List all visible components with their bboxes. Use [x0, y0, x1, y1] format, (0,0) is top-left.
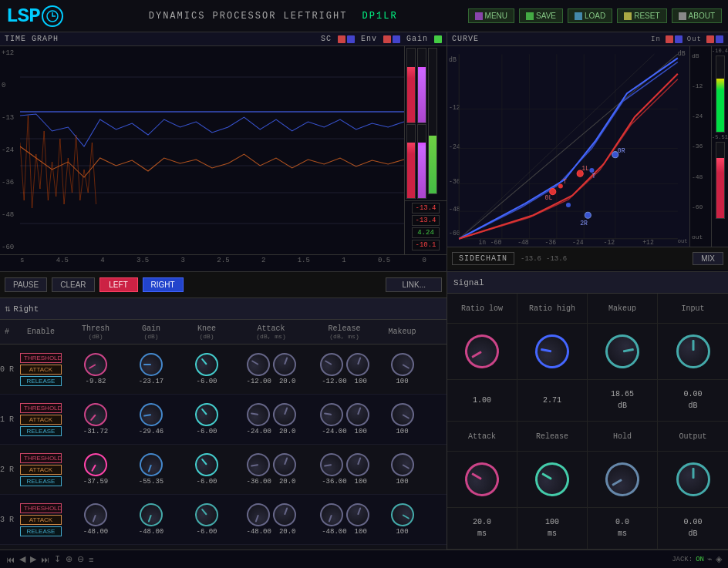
attack-sig-knob[interactable] [459, 456, 505, 502]
attack-knob-0a[interactable] [242, 349, 274, 381]
status-icon-8[interactable]: ≡ [89, 555, 93, 564]
gain-knob-0[interactable] [140, 353, 163, 376]
status-icon-7[interactable]: ⊖ [77, 554, 84, 564]
makeup-sig-knob[interactable] [603, 331, 642, 371]
signal-cell-output-knob [658, 452, 728, 507]
gain-knob-3[interactable] [136, 500, 166, 529]
jack-icon-1[interactable]: ⌁ [707, 554, 713, 564]
channel-header: ⇅ Right [0, 298, 447, 320]
pause-button[interactable]: PAUSE [5, 277, 47, 292]
release-knob-3b[interactable] [342, 500, 372, 529]
attack-knob-1b[interactable] [269, 400, 298, 429]
mix-button[interactable]: MIX [693, 252, 723, 265]
ratio-high-knob[interactable] [533, 331, 572, 371]
col-header-hash: # [0, 328, 14, 336]
release-knob-3a[interactable] [316, 500, 345, 529]
threshold-btn-2[interactable]: THRESHOLD [20, 453, 62, 463]
release-knob-0a[interactable] [315, 349, 347, 381]
release-knob-2b[interactable] [342, 450, 372, 479]
status-icon-2[interactable]: ◀ [19, 554, 25, 564]
attack-btn-2[interactable]: ATTACK [20, 465, 62, 475]
ratio-low-value: 1.00 [473, 396, 491, 405]
about-button[interactable]: ABOUT [672, 8, 722, 23]
load-button[interactable]: LOAD [568, 8, 612, 23]
status-icon-1[interactable]: ⏮ [6, 555, 15, 564]
attack-knob-2b[interactable] [269, 450, 298, 479]
hold-knob[interactable] [599, 456, 645, 502]
jack-icon-2[interactable]: ◈ [716, 554, 722, 564]
makeup-knob-2[interactable] [386, 449, 418, 481]
release-sig-value: 100 [545, 518, 559, 526]
attack-knob-2a[interactable] [244, 452, 271, 479]
knee-knob-3[interactable] [190, 499, 223, 531]
threshold-btn-3[interactable]: THRESHOLD [20, 503, 62, 513]
release-ms-2: 100 [355, 478, 367, 486]
tg-waveform-area[interactable] [20, 46, 404, 254]
attack-knob-3b[interactable] [269, 500, 298, 529]
knee-knob-2[interactable] [190, 449, 223, 481]
thresh-knob-2[interactable] [80, 449, 112, 481]
tg-label-60: -60 [2, 244, 19, 251]
release-btn-2[interactable]: RELEASE [20, 476, 62, 486]
ch-release-1: -24.00 100 [308, 403, 381, 435]
signal-cell-ratio-high-val: 2.71 [517, 380, 588, 422]
ch-release-3: -48.00 100 [308, 503, 381, 536]
out-vu-label-top: -10.4 [712, 48, 728, 54]
makeup-knob-1[interactable] [386, 399, 418, 431]
thresh-val-1: -31.72 [83, 428, 108, 435]
threshold-btn-1[interactable]: THRESHOLD [20, 403, 62, 413]
status-icon-6[interactable]: ⊕ [66, 554, 72, 564]
makeup-knob-3[interactable] [386, 499, 418, 531]
thresh-knob-3[interactable] [81, 500, 110, 529]
svg-text:-48: -48 [449, 206, 460, 213]
ch-knee-2: -6.00 [179, 453, 234, 486]
clear-button[interactable]: CLEAR [52, 277, 94, 292]
attack-knob-0b[interactable] [269, 350, 298, 379]
ch-attack-1: -24.00 20.0 [234, 403, 308, 435]
release-knob-2a[interactable] [318, 452, 345, 479]
col-header-gain: Gain(dB) [123, 324, 179, 340]
menu-button[interactable]: MENU [468, 8, 514, 23]
release-btn-0[interactable]: RELEASE [20, 376, 62, 386]
attack-knob-1a[interactable] [244, 402, 271, 429]
attack-knob-3a[interactable] [243, 500, 272, 529]
logo: LSP [6, 5, 63, 28]
attack-btn-1[interactable]: ATTACK [20, 415, 62, 425]
release-knob-1a[interactable] [318, 402, 345, 429]
ratio-low-knob[interactable] [459, 328, 505, 375]
release-val-3: -48.00 [322, 528, 346, 536]
release-val-1: -24.00 [322, 428, 346, 435]
attack-btn-3[interactable]: ATTACK [20, 515, 62, 525]
save-button[interactable]: SAVE [519, 8, 563, 23]
status-icon-3[interactable]: ▶ [30, 554, 36, 564]
link-button[interactable]: LINK... [386, 277, 442, 292]
release-btn-1[interactable]: RELEASE [20, 426, 62, 436]
left-button[interactable]: LEFT [99, 277, 138, 292]
knee-knob-0[interactable] [190, 348, 223, 381]
thresh-knob-0[interactable] [80, 349, 112, 381]
thresh-knob-1[interactable] [79, 398, 112, 431]
gain-knob-2[interactable] [136, 450, 166, 479]
threshold-btn-0[interactable]: THRESHOLD [20, 353, 62, 363]
in-left-indicator [666, 35, 673, 43]
curve-plot[interactable]: dB -12 -24 -36 -48 -60 dB out in -60 -48 [447, 46, 689, 247]
status-icon-4[interactable]: ⏭ [41, 555, 49, 564]
input-knob[interactable] [676, 334, 710, 368]
makeup-knob-0[interactable] [386, 349, 418, 381]
signal-cell-input-knob [658, 324, 728, 379]
reset-button[interactable]: RESET [617, 8, 666, 23]
gain-knob-1[interactable] [138, 402, 165, 429]
col-header-attack: Attack(dB, ms) [234, 324, 308, 340]
attack-btn-0[interactable]: ATTACK [20, 365, 62, 375]
release-sig-knob[interactable] [529, 456, 575, 502]
sc-label: SC [321, 35, 332, 43]
knee-knob-1[interactable] [190, 398, 223, 431]
release-knob-1b[interactable] [342, 400, 372, 429]
svg-text:-24: -24 [449, 143, 460, 150]
release-btn-3[interactable]: RELEASE [20, 526, 62, 536]
plugin-id: DP1LR [362, 11, 398, 22]
right-button[interactable]: RIGHT [143, 277, 184, 292]
release-knob-0b[interactable] [342, 350, 372, 379]
output-knob[interactable] [676, 462, 710, 496]
status-icon-5[interactable]: ↧ [54, 554, 61, 564]
